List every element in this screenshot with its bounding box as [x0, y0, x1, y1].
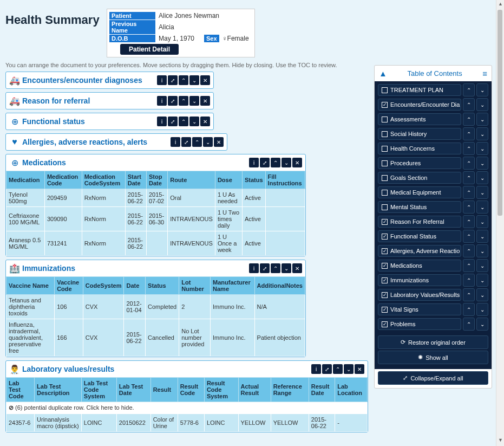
info-button[interactable]: i [249, 263, 259, 273]
info-button[interactable]: i [157, 117, 167, 126]
close-button[interactable]: ✕ [200, 96, 210, 106]
checkbox-icon[interactable]: ✓ [382, 292, 388, 298]
toc-down-button[interactable]: ⌄ [476, 171, 488, 184]
toc-down-button[interactable]: ⌄ [476, 127, 488, 140]
restore-order-button[interactable]: ⟳Restore original order [378, 335, 488, 349]
checkbox-icon[interactable]: ✓ [382, 277, 388, 283]
toc-up-button[interactable]: ⌃ [463, 83, 475, 96]
checkbox-icon[interactable] [382, 190, 388, 196]
scroll-down-icon[interactable]: ▼ [498, 437, 503, 445]
close-button[interactable]: ✕ [200, 117, 210, 126]
close-button[interactable]: ✕ [292, 158, 302, 167]
toc-up-button[interactable]: ⌃ [463, 127, 475, 140]
toc-down-button[interactable]: ⌄ [476, 157, 488, 170]
down-button[interactable]: ⌄ [282, 263, 291, 273]
close-button[interactable]: ✕ [200, 75, 210, 85]
checkbox-icon[interactable] [382, 160, 388, 166]
toc-down-button[interactable]: ⌄ [476, 142, 488, 155]
toc-down-button[interactable]: ⌄ [476, 259, 488, 272]
toc-up-button[interactable]: ⌃ [463, 318, 475, 331]
scrollbar-thumb[interactable] [498, 10, 502, 216]
toc-up-button[interactable]: ⌃ [463, 98, 475, 111]
toc-down-button[interactable]: ⌄ [476, 186, 488, 199]
checkbox-icon[interactable]: ✓ [382, 219, 388, 225]
down-button[interactable]: ⌄ [189, 75, 199, 85]
expand-button[interactable]: ⤢ [168, 75, 178, 85]
toc-item[interactable]: ✓Allergies, Adverse Reactio [378, 245, 461, 257]
checkbox-icon[interactable] [382, 117, 388, 122]
info-button[interactable]: i [157, 96, 167, 106]
toc-item[interactable]: ✓Immunizations [378, 274, 461, 286]
close-button[interactable]: ✕ [355, 364, 364, 374]
down-button[interactable]: ⌄ [189, 117, 199, 126]
toc-item[interactable]: Procedures [378, 157, 461, 169]
checkbox-icon[interactable] [382, 87, 388, 93]
toc-item[interactable]: Mental Status [378, 201, 461, 213]
toc-up-button[interactable]: ⌃ [463, 230, 475, 243]
toc-up-button[interactable]: ⌃ [463, 274, 475, 287]
checkbox-icon[interactable] [382, 146, 388, 152]
toc-item[interactable]: ✓Encounters/Encounter Dia [378, 99, 461, 111]
info-button[interactable]: i [311, 364, 321, 374]
close-button[interactable]: ✕ [214, 137, 224, 147]
checkbox-icon[interactable] [382, 204, 388, 210]
toc-item[interactable]: Health Concerns [378, 143, 461, 154]
up-button[interactable]: ⌃ [179, 75, 188, 85]
toc-item[interactable]: ✓Laboratory Values/Results [378, 289, 461, 301]
toc-up-button[interactable]: ⌃ [463, 215, 475, 228]
toc-down-button[interactable]: ⌄ [476, 318, 488, 331]
info-button[interactable]: i [171, 137, 180, 147]
down-button[interactable]: ⌄ [344, 364, 354, 374]
toc-item[interactable]: ✓Reason For Referral [378, 216, 461, 228]
toc-item[interactable]: Goals Section [378, 172, 461, 184]
toc-up-button[interactable]: ⌃ [463, 244, 475, 257]
toc-down-button[interactable]: ⌄ [476, 303, 488, 316]
toc-down-button[interactable]: ⌄ [476, 230, 488, 243]
toc-down-button[interactable]: ⌄ [476, 274, 488, 287]
expand-button[interactable]: ⤢ [260, 263, 270, 273]
toc-down-button[interactable]: ⌄ [476, 244, 488, 257]
checkbox-icon[interactable]: ✓ [382, 234, 388, 240]
expand-button[interactable]: ⤢ [322, 364, 332, 374]
info-button[interactable]: i [249, 158, 259, 167]
toc-item[interactable]: ✓Vital Signs [378, 303, 461, 315]
toc-up-button[interactable]: ⌃ [463, 201, 475, 214]
toc-down-button[interactable]: ⌄ [476, 98, 488, 111]
collapse-expand-button[interactable]: ⤢Collapse/Expand all [378, 371, 488, 385]
toc-down-button[interactable]: ⌄ [476, 201, 488, 214]
duplicate-warning[interactable]: ⊘ (6) potential duplicate row. Click her… [6, 402, 368, 414]
toc-up-button[interactable]: ⌃ [463, 142, 475, 155]
toc-up-button[interactable]: ⌃ [463, 259, 475, 272]
checkbox-icon[interactable]: ✓ [382, 307, 388, 313]
patient-detail-button[interactable]: Patient Detail [120, 44, 179, 55]
up-button[interactable]: ⌃ [192, 137, 202, 147]
toc-up-button[interactable]: ⌃ [463, 113, 475, 126]
up-button[interactable]: ⌃ [333, 364, 343, 374]
toc-item[interactable]: TREATMENT PLAN [378, 84, 461, 96]
expand-button[interactable]: ⤢ [168, 117, 178, 126]
checkbox-icon[interactable]: ✓ [382, 248, 388, 254]
expand-button[interactable]: ⤢ [260, 158, 270, 167]
toc-up-button[interactable]: ⌃ [463, 157, 475, 170]
up-button[interactable]: ⌃ [179, 117, 188, 126]
expand-button[interactable]: ⤢ [181, 137, 191, 147]
toc-down-button[interactable]: ⌄ [476, 215, 488, 228]
info-button[interactable]: i [157, 75, 167, 85]
down-button[interactable]: ⌄ [282, 158, 291, 167]
toc-item[interactable]: Social History [378, 128, 461, 140]
checkbox-icon[interactable] [382, 175, 388, 181]
checkbox-icon[interactable]: ✓ [382, 321, 388, 327]
checkbox-icon[interactable]: ✓ [382, 102, 388, 108]
toc-item[interactable]: ✓Problems [378, 318, 461, 330]
toc-up-button[interactable]: ⌃ [463, 303, 475, 316]
toc-item[interactable]: Medical Equipment [378, 186, 461, 198]
show-all-button[interactable]: ✺Show all [378, 351, 488, 364]
toc-up-button[interactable]: ⌃ [463, 288, 475, 301]
expand-button[interactable]: ⤢ [168, 96, 178, 106]
menu-icon[interactable]: ≡ [482, 69, 487, 78]
toc-down-button[interactable]: ⌄ [476, 288, 488, 301]
checkbox-icon[interactable]: ✓ [382, 263, 388, 269]
down-button[interactable]: ⌄ [203, 137, 213, 147]
scroll-up-icon[interactable]: ▲ [498, 1, 503, 9]
toc-down-button[interactable]: ⌄ [476, 113, 488, 126]
